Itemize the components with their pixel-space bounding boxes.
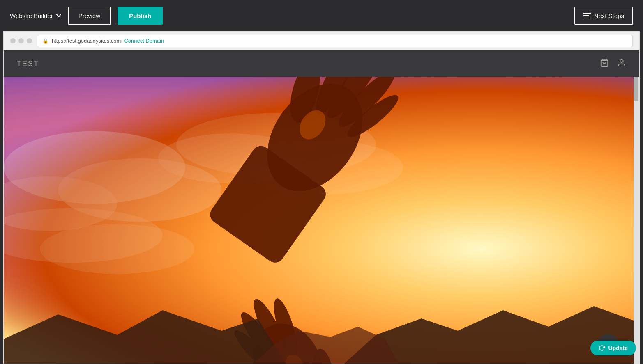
toolbar: Website Builder Preview Publish Next Ste… bbox=[0, 0, 643, 31]
preview-button[interactable]: Preview bbox=[68, 7, 111, 25]
svg-marker-29 bbox=[4, 310, 285, 364]
brand-label: Website Builder bbox=[10, 12, 53, 19]
connect-domain-link[interactable]: Connect Domain bbox=[124, 38, 164, 44]
cart-icon[interactable] bbox=[600, 58, 609, 69]
svg-marker-31 bbox=[254, 327, 399, 364]
site-preview: TEST bbox=[4, 50, 639, 364]
browser-chrome: 🔒 https://test.godaddysites.com Connect … bbox=[4, 32, 639, 50]
scrollbar-track[interactable] bbox=[634, 77, 639, 364]
dot-yellow bbox=[18, 38, 24, 43]
toolbar-left: Website Builder Preview Publish bbox=[10, 7, 163, 25]
browser-frame: 🔒 https://test.godaddysites.com Connect … bbox=[3, 31, 640, 364]
refresh-icon bbox=[599, 345, 605, 351]
lock-icon: 🔒 bbox=[42, 38, 48, 44]
list-icon bbox=[583, 12, 591, 19]
site-nav: TEST bbox=[4, 50, 639, 77]
scrollbar-thumb[interactable] bbox=[634, 77, 638, 101]
address-bar[interactable]: 🔒 https://test.godaddysites.com Connect … bbox=[37, 35, 633, 47]
hero-image bbox=[4, 77, 639, 364]
site-name: TEST bbox=[17, 60, 39, 68]
update-button[interactable]: Update bbox=[590, 341, 636, 355]
hero-container: Update bbox=[4, 77, 639, 364]
toolbar-right: Next Steps bbox=[574, 7, 633, 25]
chevron-down-icon bbox=[56, 13, 61, 18]
url-text: https://test.godaddysites.com bbox=[52, 38, 121, 44]
dot-green bbox=[27, 38, 32, 43]
mountain-svg bbox=[4, 298, 639, 364]
user-icon[interactable] bbox=[617, 58, 626, 69]
browser-dots bbox=[10, 38, 32, 43]
site-nav-icons bbox=[600, 58, 626, 69]
website-builder-button[interactable]: Website Builder bbox=[10, 12, 61, 19]
dot-red bbox=[10, 38, 16, 43]
next-steps-button[interactable]: Next Steps bbox=[574, 7, 633, 25]
mountains bbox=[4, 298, 639, 364]
svg-point-4 bbox=[620, 59, 623, 62]
app-container: Website Builder Preview Publish Next Ste… bbox=[0, 0, 643, 364]
publish-button[interactable]: Publish bbox=[118, 7, 163, 25]
